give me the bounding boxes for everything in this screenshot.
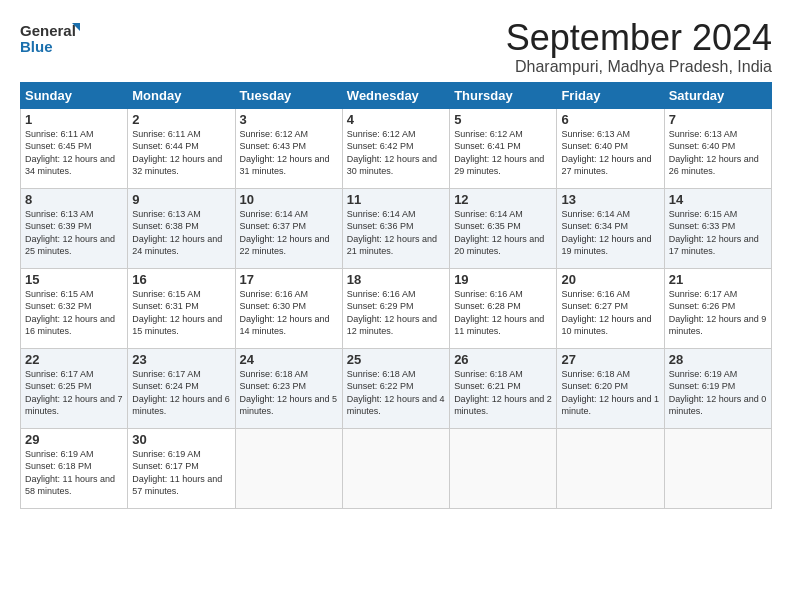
day-number: 16: [132, 272, 230, 287]
day-number: 17: [240, 272, 338, 287]
day-number: 24: [240, 352, 338, 367]
cell-info: Sunrise: 6:15 AMSunset: 6:32 PMDaylight:…: [25, 289, 115, 337]
calendar-cell: 10 Sunrise: 6:14 AMSunset: 6:37 PMDaylig…: [235, 188, 342, 268]
cell-info: Sunrise: 6:16 AMSunset: 6:28 PMDaylight:…: [454, 289, 544, 337]
calendar-cell: 18 Sunrise: 6:16 AMSunset: 6:29 PMDaylig…: [342, 268, 449, 348]
cell-info: Sunrise: 6:14 AMSunset: 6:34 PMDaylight:…: [561, 209, 651, 257]
cell-info: Sunrise: 6:12 AMSunset: 6:43 PMDaylight:…: [240, 129, 330, 177]
day-number: 5: [454, 112, 552, 127]
calendar-cell: 1 Sunrise: 6:11 AMSunset: 6:45 PMDayligh…: [21, 108, 128, 188]
day-number: 6: [561, 112, 659, 127]
calendar-cell: 14 Sunrise: 6:15 AMSunset: 6:33 PMDaylig…: [664, 188, 771, 268]
calendar-cell: 26 Sunrise: 6:18 AMSunset: 6:21 PMDaylig…: [450, 348, 557, 428]
calendar-cell: 4 Sunrise: 6:12 AMSunset: 6:42 PMDayligh…: [342, 108, 449, 188]
cell-info: Sunrise: 6:13 AMSunset: 6:39 PMDaylight:…: [25, 209, 115, 257]
calendar-cell: 24 Sunrise: 6:18 AMSunset: 6:23 PMDaylig…: [235, 348, 342, 428]
calendar-cell: 19 Sunrise: 6:16 AMSunset: 6:28 PMDaylig…: [450, 268, 557, 348]
svg-text:General: General: [20, 22, 76, 39]
svg-text:Blue: Blue: [20, 38, 53, 55]
day-number: 8: [25, 192, 123, 207]
day-number: 25: [347, 352, 445, 367]
location-title: Dharampuri, Madhya Pradesh, India: [506, 58, 772, 76]
calendar-cell: 5 Sunrise: 6:12 AMSunset: 6:41 PMDayligh…: [450, 108, 557, 188]
calendar-cell: 25 Sunrise: 6:18 AMSunset: 6:22 PMDaylig…: [342, 348, 449, 428]
cell-info: Sunrise: 6:18 AMSunset: 6:20 PMDaylight:…: [561, 369, 659, 417]
day-number: 27: [561, 352, 659, 367]
cell-info: Sunrise: 6:16 AMSunset: 6:29 PMDaylight:…: [347, 289, 437, 337]
calendar-cell: 21 Sunrise: 6:17 AMSunset: 6:26 PMDaylig…: [664, 268, 771, 348]
calendar-cell: 29 Sunrise: 6:19 AMSunset: 6:18 PMDaylig…: [21, 428, 128, 508]
calendar-cell: 15 Sunrise: 6:15 AMSunset: 6:32 PMDaylig…: [21, 268, 128, 348]
day-number: 2: [132, 112, 230, 127]
cell-info: Sunrise: 6:17 AMSunset: 6:25 PMDaylight:…: [25, 369, 123, 417]
day-number: 9: [132, 192, 230, 207]
cell-info: Sunrise: 6:17 AMSunset: 6:26 PMDaylight:…: [669, 289, 767, 337]
day-number: 21: [669, 272, 767, 287]
calendar-cell: 8 Sunrise: 6:13 AMSunset: 6:39 PMDayligh…: [21, 188, 128, 268]
calendar-cell: 11 Sunrise: 6:14 AMSunset: 6:36 PMDaylig…: [342, 188, 449, 268]
day-header-wednesday: Wednesday: [342, 82, 449, 108]
cell-info: Sunrise: 6:18 AMSunset: 6:21 PMDaylight:…: [454, 369, 552, 417]
cell-info: Sunrise: 6:11 AMSunset: 6:45 PMDaylight:…: [25, 129, 115, 177]
day-header-sunday: Sunday: [21, 82, 128, 108]
calendar-cell: 6 Sunrise: 6:13 AMSunset: 6:40 PMDayligh…: [557, 108, 664, 188]
calendar-cell: 16 Sunrise: 6:15 AMSunset: 6:31 PMDaylig…: [128, 268, 235, 348]
day-number: 14: [669, 192, 767, 207]
calendar-cell: 20 Sunrise: 6:16 AMSunset: 6:27 PMDaylig…: [557, 268, 664, 348]
cell-info: Sunrise: 6:14 AMSunset: 6:36 PMDaylight:…: [347, 209, 437, 257]
day-number: 7: [669, 112, 767, 127]
day-number: 22: [25, 352, 123, 367]
calendar-cell: 13 Sunrise: 6:14 AMSunset: 6:34 PMDaylig…: [557, 188, 664, 268]
logo: General Blue: [20, 18, 80, 58]
calendar-cell: 17 Sunrise: 6:16 AMSunset: 6:30 PMDaylig…: [235, 268, 342, 348]
cell-info: Sunrise: 6:12 AMSunset: 6:42 PMDaylight:…: [347, 129, 437, 177]
cell-info: Sunrise: 6:17 AMSunset: 6:24 PMDaylight:…: [132, 369, 230, 417]
calendar-cell: [664, 428, 771, 508]
calendar-cell: [450, 428, 557, 508]
day-number: 1: [25, 112, 123, 127]
day-number: 15: [25, 272, 123, 287]
cell-info: Sunrise: 6:11 AMSunset: 6:44 PMDaylight:…: [132, 129, 222, 177]
cell-info: Sunrise: 6:19 AMSunset: 6:17 PMDaylight:…: [132, 449, 222, 497]
calendar-cell: 7 Sunrise: 6:13 AMSunset: 6:40 PMDayligh…: [664, 108, 771, 188]
cell-info: Sunrise: 6:15 AMSunset: 6:33 PMDaylight:…: [669, 209, 759, 257]
cell-info: Sunrise: 6:14 AMSunset: 6:35 PMDaylight:…: [454, 209, 544, 257]
cell-info: Sunrise: 6:15 AMSunset: 6:31 PMDaylight:…: [132, 289, 222, 337]
cell-info: Sunrise: 6:18 AMSunset: 6:23 PMDaylight:…: [240, 369, 338, 417]
day-number: 28: [669, 352, 767, 367]
day-number: 18: [347, 272, 445, 287]
cell-info: Sunrise: 6:13 AMSunset: 6:38 PMDaylight:…: [132, 209, 222, 257]
calendar-cell: [342, 428, 449, 508]
day-header-saturday: Saturday: [664, 82, 771, 108]
logo-svg: General Blue: [20, 18, 80, 58]
day-number: 4: [347, 112, 445, 127]
calendar-cell: 12 Sunrise: 6:14 AMSunset: 6:35 PMDaylig…: [450, 188, 557, 268]
calendar-cell: [235, 428, 342, 508]
calendar-cell: 30 Sunrise: 6:19 AMSunset: 6:17 PMDaylig…: [128, 428, 235, 508]
day-header-friday: Friday: [557, 82, 664, 108]
day-number: 30: [132, 432, 230, 447]
calendar-cell: 27 Sunrise: 6:18 AMSunset: 6:20 PMDaylig…: [557, 348, 664, 428]
cell-info: Sunrise: 6:13 AMSunset: 6:40 PMDaylight:…: [669, 129, 759, 177]
day-header-tuesday: Tuesday: [235, 82, 342, 108]
calendar-cell: 28 Sunrise: 6:19 AMSunset: 6:19 PMDaylig…: [664, 348, 771, 428]
cell-info: Sunrise: 6:13 AMSunset: 6:40 PMDaylight:…: [561, 129, 651, 177]
calendar-table: SundayMondayTuesdayWednesdayThursdayFrid…: [20, 82, 772, 509]
cell-info: Sunrise: 6:16 AMSunset: 6:27 PMDaylight:…: [561, 289, 651, 337]
calendar-cell: 2 Sunrise: 6:11 AMSunset: 6:44 PMDayligh…: [128, 108, 235, 188]
cell-info: Sunrise: 6:16 AMSunset: 6:30 PMDaylight:…: [240, 289, 330, 337]
cell-info: Sunrise: 6:14 AMSunset: 6:37 PMDaylight:…: [240, 209, 330, 257]
day-number: 20: [561, 272, 659, 287]
cell-info: Sunrise: 6:19 AMSunset: 6:19 PMDaylight:…: [669, 369, 767, 417]
cell-info: Sunrise: 6:12 AMSunset: 6:41 PMDaylight:…: [454, 129, 544, 177]
day-number: 23: [132, 352, 230, 367]
month-title: September 2024: [506, 18, 772, 58]
day-number: 13: [561, 192, 659, 207]
cell-info: Sunrise: 6:19 AMSunset: 6:18 PMDaylight:…: [25, 449, 115, 497]
calendar-cell: 3 Sunrise: 6:12 AMSunset: 6:43 PMDayligh…: [235, 108, 342, 188]
calendar-cell: 23 Sunrise: 6:17 AMSunset: 6:24 PMDaylig…: [128, 348, 235, 428]
calendar-cell: [557, 428, 664, 508]
day-number: 29: [25, 432, 123, 447]
day-number: 12: [454, 192, 552, 207]
day-number: 19: [454, 272, 552, 287]
